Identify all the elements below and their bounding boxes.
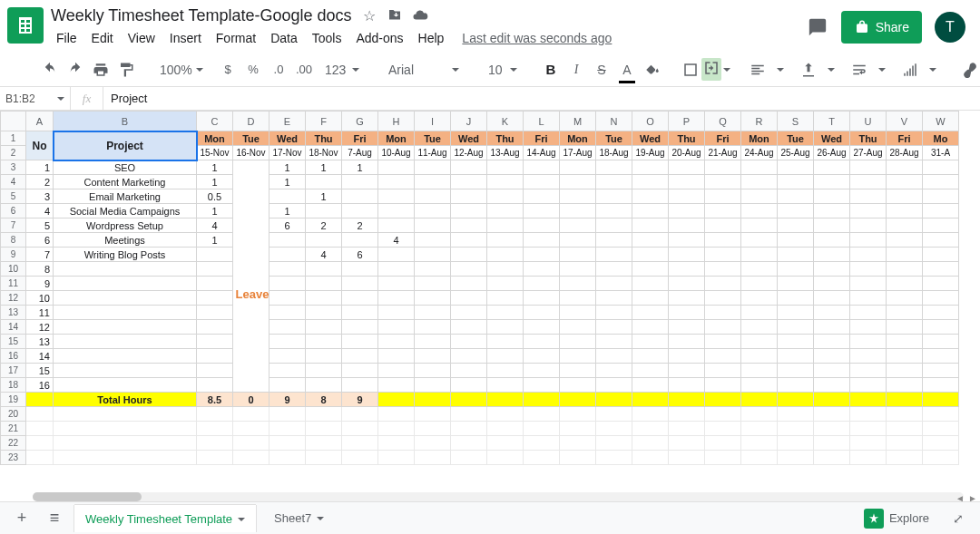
cell-empty[interactable]: [923, 320, 959, 335]
cell-empty[interactable]: [632, 335, 669, 349]
col-header-R[interactable]: R: [741, 112, 778, 131]
cell-empty[interactable]: [632, 218, 669, 233]
cell-empty[interactable]: [741, 218, 778, 233]
cell-blank[interactable]: [524, 422, 560, 436]
cell-F13[interactable]: [306, 306, 342, 320]
cell-empty[interactable]: [487, 320, 524, 335]
cell-blank[interactable]: [270, 422, 306, 436]
cell-empty[interactable]: [632, 306, 669, 320]
cell-empty[interactable]: [487, 291, 524, 306]
col-header-E[interactable]: E: [270, 112, 306, 131]
cell-blank[interactable]: [270, 407, 306, 422]
cell-empty[interactable]: [705, 218, 741, 233]
cell-empty[interactable]: [596, 204, 632, 218]
cell-blank[interactable]: [850, 407, 887, 422]
cell-empty[interactable]: [596, 189, 632, 204]
cell-empty[interactable]: [887, 306, 923, 320]
day-header[interactable]: Thu: [487, 131, 524, 146]
cell-empty[interactable]: [887, 291, 923, 306]
cell-empty[interactable]: [632, 233, 669, 248]
cell-D9[interactable]: [233, 248, 270, 262]
cell-empty[interactable]: [524, 378, 560, 393]
cell-A14[interactable]: 12: [26, 320, 54, 335]
cell-blank[interactable]: [451, 407, 487, 422]
cell-empty[interactable]: [741, 248, 778, 262]
cell-F7[interactable]: 2: [306, 218, 342, 233]
cell-blank[interactable]: [741, 451, 778, 465]
cell-empty[interactable]: [887, 378, 923, 393]
cell-empty[interactable]: [524, 189, 560, 204]
cell-empty[interactable]: [596, 364, 632, 378]
cell-empty[interactable]: [524, 364, 560, 378]
cell-empty[interactable]: [669, 262, 705, 277]
cell-D6[interactable]: [233, 204, 270, 218]
cell-empty[interactable]: [814, 364, 850, 378]
col-header-H[interactable]: H: [378, 112, 415, 131]
currency-button[interactable]: $: [218, 59, 238, 81]
cell-empty[interactable]: [887, 277, 923, 291]
cell-empty[interactable]: [814, 262, 850, 277]
cell-empty[interactable]: [705, 349, 741, 364]
all-sheets-icon[interactable]: ≡: [42, 506, 67, 531]
col-header-J[interactable]: J: [451, 112, 487, 131]
row-header-4[interactable]: 4: [1, 175, 26, 189]
row-header-21[interactable]: 21: [1, 422, 26, 436]
day-header[interactable]: Tue: [596, 131, 632, 146]
cell-empty[interactable]: [887, 160, 923, 175]
cell-empty[interactable]: [451, 306, 487, 320]
cell-F16[interactable]: [306, 349, 342, 364]
cell-blank[interactable]: [342, 451, 378, 465]
cell-blank[interactable]: [705, 436, 741, 451]
cell-blank[interactable]: [342, 436, 378, 451]
cell-blank[interactable]: [741, 436, 778, 451]
cell-empty[interactable]: [850, 160, 887, 175]
cell-empty[interactable]: [887, 218, 923, 233]
cell-empty[interactable]: [524, 320, 560, 335]
cell-empty[interactable]: [705, 335, 741, 349]
cell-empty[interactable]: [814, 189, 850, 204]
cell-empty[interactable]: [669, 233, 705, 248]
cell-blank[interactable]: [270, 436, 306, 451]
cell-A7[interactable]: 5: [26, 218, 54, 233]
cell-empty[interactable]: [596, 291, 632, 306]
cell-empty[interactable]: [415, 160, 451, 175]
cell-E6[interactable]: 1: [270, 204, 306, 218]
cell-blank[interactable]: [778, 451, 814, 465]
cell-C9[interactable]: [197, 248, 233, 262]
cell-empty[interactable]: [487, 233, 524, 248]
cell-empty[interactable]: [850, 306, 887, 320]
paint-format-icon[interactable]: [116, 59, 136, 81]
menu-help[interactable]: Help: [413, 29, 450, 47]
col-header-S[interactable]: S: [778, 112, 814, 131]
cell-A9[interactable]: 7: [26, 248, 54, 262]
cell-empty[interactable]: [923, 291, 959, 306]
cell-empty[interactable]: [814, 378, 850, 393]
total-empty[interactable]: [378, 393, 415, 407]
cell-E9[interactable]: [270, 248, 306, 262]
cell-empty[interactable]: [887, 189, 923, 204]
col-header-Q[interactable]: Q: [705, 112, 741, 131]
date-header[interactable]: 17-Aug: [560, 146, 596, 160]
cell-D3[interactable]: [233, 160, 270, 175]
cell-blank[interactable]: [596, 422, 632, 436]
cell-blank[interactable]: [451, 436, 487, 451]
cell-H14[interactable]: [378, 320, 415, 335]
row-header-23[interactable]: 23: [1, 451, 26, 465]
col-header-L[interactable]: L: [524, 112, 560, 131]
cell-empty[interactable]: [778, 364, 814, 378]
cell-empty[interactable]: [524, 204, 560, 218]
total-empty[interactable]: [669, 393, 705, 407]
cell-empty[interactable]: [850, 175, 887, 189]
cell-blank[interactable]: [560, 451, 596, 465]
cell-C14[interactable]: [197, 320, 233, 335]
cell-empty[interactable]: [814, 175, 850, 189]
cell-empty[interactable]: [415, 277, 451, 291]
day-header[interactable]: Fri: [342, 131, 378, 146]
date-header[interactable]: 25-Aug: [778, 146, 814, 160]
cell-empty[interactable]: [923, 349, 959, 364]
total-empty[interactable]: [632, 393, 669, 407]
cell-blank[interactable]: [560, 407, 596, 422]
cell-empty[interactable]: [487, 218, 524, 233]
cell-empty[interactable]: [778, 291, 814, 306]
cell-empty[interactable]: [887, 320, 923, 335]
